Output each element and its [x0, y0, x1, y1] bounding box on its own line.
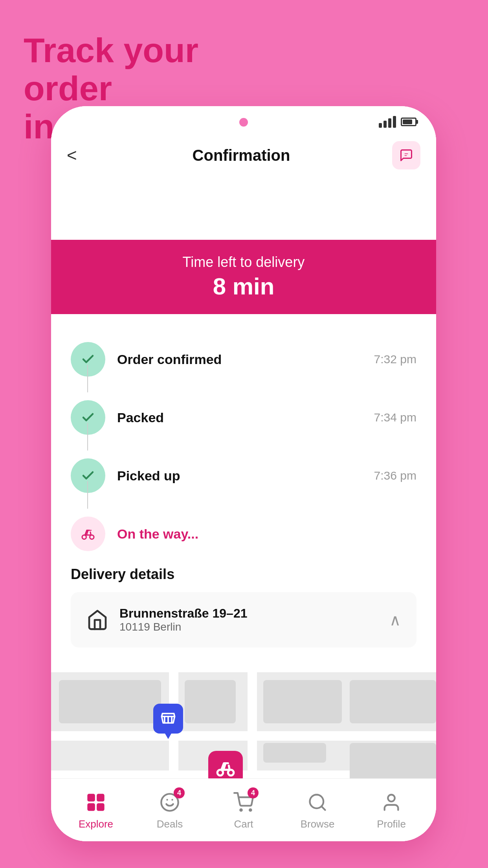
camera-dot	[239, 118, 248, 127]
nav-label-cart: Cart	[234, 818, 253, 830]
chevron-up-icon: ∧	[389, 611, 401, 629]
svg-point-3	[90, 535, 94, 539]
profile-icon-container	[379, 790, 404, 815]
map-block-1	[59, 680, 161, 723]
svg-point-17	[240, 809, 242, 811]
explore-icon	[86, 792, 106, 813]
page-title: Confirmation	[90, 147, 392, 164]
delivery-details: Delivery details Brunnenstraße 19–21 101…	[51, 566, 436, 647]
step-circle-2	[71, 400, 105, 435]
delivery-details-title: Delivery details	[71, 566, 416, 583]
deals-icon-container: 4	[157, 790, 182, 815]
svg-rect-1	[405, 155, 407, 156]
nav-item-explore[interactable]: Explore	[59, 790, 133, 830]
tracking-section: Order confirmed 7:32 pm Packed 7:34 pm	[51, 330, 436, 563]
address-info: Brunnenstraße 19–21 10119 Berlin	[119, 606, 389, 633]
rider-bicycle-icon	[216, 758, 235, 778]
map-block-3	[263, 680, 342, 723]
delivery-label: Time left to delivery	[59, 254, 428, 270]
step-label-2: Packed	[117, 410, 164, 425]
tracking-step-on-the-way: On the way...	[71, 505, 416, 563]
checkmark-icon-2	[81, 410, 95, 425]
nav-item-cart[interactable]: 4 Cart	[207, 790, 281, 830]
svg-rect-12	[87, 803, 95, 811]
headline-line1: Track your order	[24, 31, 198, 108]
nav-item-browse[interactable]: Browse	[281, 790, 354, 830]
nav-label-explore: Explore	[79, 818, 113, 830]
bicycle-icon	[81, 527, 95, 541]
phone-inner: < Confirmation Time left to delivery 8 m…	[51, 106, 436, 841]
step-circle-3	[71, 458, 105, 493]
svg-rect-0	[405, 154, 408, 154]
step-info-4: On the way...	[105, 526, 416, 542]
profile-icon	[381, 792, 402, 813]
chat-button[interactable]	[392, 141, 420, 169]
step-info-2: Packed	[105, 410, 374, 425]
svg-point-2	[82, 535, 86, 539]
delivery-time: 8 min	[59, 273, 428, 300]
deals-badge: 4	[174, 787, 185, 798]
svg-point-4	[90, 530, 92, 531]
map-block-4	[350, 680, 436, 723]
cart-badge: 4	[248, 787, 259, 798]
phone-frame: < Confirmation Time left to delivery 8 m…	[51, 106, 436, 841]
back-button[interactable]: <	[67, 145, 90, 165]
bottom-nav: Explore 4 Deals	[51, 778, 436, 841]
svg-point-21	[388, 795, 394, 802]
map-block-5	[263, 743, 326, 763]
step-circle-1	[71, 342, 105, 377]
map-road-h1	[51, 731, 436, 741]
home-icon	[86, 609, 108, 631]
status-bar	[51, 106, 436, 138]
store-pin	[153, 704, 183, 734]
step-circle-4	[71, 517, 105, 551]
step-info-1: Order confirmed	[105, 352, 374, 367]
step-label-4: On the way...	[117, 526, 198, 541]
nav-label-profile: Profile	[377, 818, 406, 830]
svg-rect-10	[87, 794, 95, 802]
checkmark-icon-1	[81, 352, 95, 366]
nav-item-profile[interactable]: Profile	[354, 790, 428, 830]
store-icon	[160, 710, 177, 727]
svg-point-18	[250, 809, 251, 811]
signal-bars-icon	[379, 116, 396, 128]
address-city: 10119 Berlin	[119, 621, 389, 633]
nav-bar: < Confirmation	[51, 138, 436, 173]
step-label-3: Picked up	[117, 468, 180, 483]
delivery-banner: Time left to delivery 8 min	[51, 240, 436, 314]
svg-line-20	[321, 806, 325, 810]
checkmark-icon-3	[81, 469, 95, 483]
tracking-step-picked-up: Picked up 7:36 pm	[71, 447, 416, 505]
tracking-step-order-confirmed: Order confirmed 7:32 pm	[71, 330, 416, 388]
address-card[interactable]: Brunnenstraße 19–21 10119 Berlin ∧	[71, 592, 416, 647]
step-info-3: Picked up	[105, 468, 374, 484]
status-icons	[379, 116, 416, 128]
step-time-3: 7:36 pm	[374, 469, 416, 482]
browse-icon-container	[305, 790, 330, 815]
map-block-2	[185, 680, 236, 723]
browse-icon	[307, 792, 328, 813]
svg-rect-13	[97, 803, 104, 811]
step-label-1: Order confirmed	[117, 352, 222, 367]
svg-rect-11	[97, 794, 104, 802]
battery-fill	[403, 120, 412, 124]
battery-icon	[401, 118, 416, 126]
chat-icon	[399, 148, 413, 162]
nav-item-deals[interactable]: 4 Deals	[133, 790, 207, 830]
nav-label-browse: Browse	[301, 818, 335, 830]
address-street: Brunnenstraße 19–21	[119, 606, 389, 621]
tracking-step-packed: Packed 7:34 pm	[71, 388, 416, 447]
cart-icon-container: 4	[231, 790, 256, 815]
step-time-2: 7:34 pm	[374, 411, 416, 424]
nav-label-deals: Deals	[157, 818, 183, 830]
explore-icon-container	[83, 790, 108, 815]
step-time-1: 7:32 pm	[374, 353, 416, 366]
